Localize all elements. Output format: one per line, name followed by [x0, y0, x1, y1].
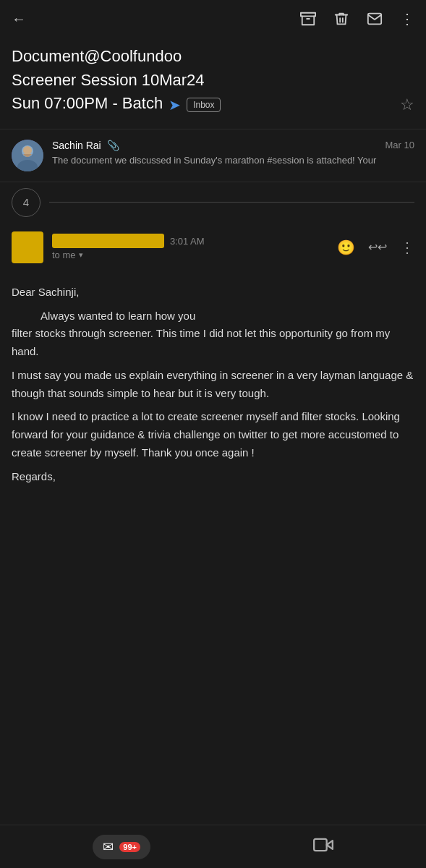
delete-icon [333, 11, 349, 27]
detail-time: 3:01 AM [170, 236, 205, 247]
email-preview-row[interactable]: Sachin Rai 📎 Mar 10 The document we disc… [0, 129, 426, 182]
star-icon[interactable]: ☆ [400, 95, 414, 114]
back-button[interactable]: ← [12, 11, 26, 27]
chevron-down-icon: ▾ [79, 250, 83, 260]
count-divider[interactable]: 4 [0, 182, 426, 223]
emoji-reaction-button[interactable]: 🙂 [337, 239, 355, 256]
subject-line3-prefix: Sun 07:00PM - Batch [12, 93, 163, 114]
email-para3: I know I need to practice a lot to creat… [12, 408, 414, 461]
email-count-circle: 4 [12, 188, 41, 217]
back-icon: ← [12, 11, 26, 27]
more-detail-options-button[interactable]: ⋮ [400, 239, 414, 256]
to-me-label[interactable]: to me ▾ [52, 250, 328, 260]
inbox-badge[interactable]: Inbox [187, 98, 221, 112]
forward-arrow-icon: ➤ [169, 96, 181, 114]
email-preview-content: Sachin Rai 📎 Mar 10 The document we disc… [52, 140, 414, 167]
subject-line2: Screener Session 10Mar24 [12, 70, 414, 91]
more-options-icon: ⋮ [400, 10, 414, 27]
delete-button[interactable] [333, 11, 349, 27]
email-count: 4 [23, 196, 29, 208]
detail-action-buttons: 🙂 ↩↩ ⋮ [337, 239, 414, 256]
bottom-navigation-bar: ✉ 99+ [0, 825, 426, 868]
mark-read-button[interactable] [367, 11, 383, 27]
mail-icon: ✉ [103, 839, 114, 855]
svg-point-5 [23, 146, 32, 155]
email-regards: Regards, [12, 468, 414, 486]
email-subject-area: Document@Coolfundoo Screener Session 10M… [0, 38, 426, 129]
detail-sender-info: ██████████████ 3:01 AM to me ▾ [52, 234, 328, 260]
archive-button[interactable] [300, 11, 316, 27]
divider-line [49, 202, 414, 203]
detail-sender-avatar [12, 231, 43, 263]
preview-sender-name: Sachin Rai [52, 140, 101, 151]
avatar-image [12, 140, 43, 171]
archive-icon [300, 11, 316, 27]
email-greeting: Dear Sachinji, [12, 284, 414, 302]
email-para1-indent: Always wanted to learn how you [41, 307, 195, 326]
unread-count-badge: 99+ [119, 842, 140, 852]
email-para1: Always wanted to learn how you filter st… [12, 307, 414, 361]
email-body: Dear Sachinji, Always wanted to learn ho… [0, 272, 426, 509]
email-detail-header: ██████████████ 3:01 AM to me ▾ 🙂 ↩↩ ⋮ [0, 223, 426, 272]
svg-rect-0 [301, 13, 315, 17]
email-para2: I must say you made us explain everythin… [12, 367, 414, 403]
email-snippet: The document we discussed in Sunday's ma… [52, 154, 414, 167]
email-para1-cont: filter stocks through screener. This tim… [12, 327, 390, 357]
more-options-button[interactable]: ⋮ [400, 10, 414, 27]
sender-avatar [12, 140, 43, 171]
mark-read-icon [367, 11, 383, 27]
mail-tab-button[interactable]: ✉ 99+ [93, 835, 150, 859]
top-navigation-bar: ← ⋮ [0, 0, 426, 38]
preview-date: Mar 10 [385, 140, 414, 150]
attachment-icon: 📎 [107, 140, 119, 151]
video-icon [313, 835, 333, 855]
subject-line1: Document@Coolfundoo [12, 46, 414, 67]
svg-marker-6 [326, 841, 332, 849]
svg-rect-7 [314, 838, 327, 850]
reply-all-button[interactable]: ↩↩ [368, 240, 387, 254]
meet-tab-button[interactable] [313, 835, 333, 859]
detail-sender-name-redacted: ██████████████ [52, 234, 164, 248]
